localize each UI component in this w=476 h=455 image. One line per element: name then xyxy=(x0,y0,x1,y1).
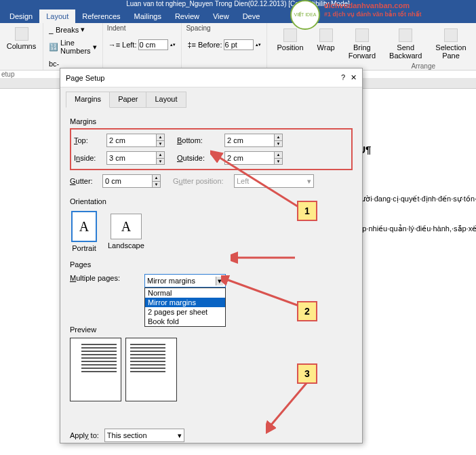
top-input[interactable]: ▲▼ xyxy=(106,134,165,147)
logo-badge: VIẾT IDEA xyxy=(290,0,320,30)
outside-label: Outside: xyxy=(177,154,224,162)
landscape-button[interactable]: A Landscape xyxy=(106,210,146,254)
selection-icon xyxy=(444,28,458,42)
indent-label: Indent xyxy=(107,24,178,32)
inside-input[interactable]: ▲▼ xyxy=(106,151,165,165)
position-icon xyxy=(283,28,297,42)
tab-review[interactable]: Review xyxy=(168,9,206,23)
multiple-pages-list: Normal Mirror margins 2 pages per sheet … xyxy=(144,288,226,327)
bring-forward-icon xyxy=(355,28,369,42)
dialog-tabs: Margins Paper Layout xyxy=(60,92,362,108)
inside-label: Inside: xyxy=(74,154,106,162)
apply-to-label: Apply to: xyxy=(70,431,99,439)
spacing-before[interactable]: ‡≡Before:▴▾ xyxy=(186,39,262,51)
gutterpos-select: Left▾ xyxy=(234,174,314,188)
tab-view[interactable]: View xyxy=(206,9,236,23)
watermark-site: dichvudanhvanban.com #1 dịch vụ đánh văn… xyxy=(324,1,422,18)
arrange-group-label: Arrange xyxy=(411,62,435,70)
margins-grid: Top: ▲▼ Bottom: ▲▼ Inside: ▲▼ Outside: ▲… xyxy=(70,128,353,170)
pages-section-label: Pages xyxy=(70,260,353,269)
callout-1: 1 xyxy=(297,201,317,221)
dd-option-normal[interactable]: Normal xyxy=(145,288,225,298)
preview-page-left xyxy=(70,338,121,401)
send-backward-button[interactable]: Send Backward xyxy=(384,26,427,62)
callout-2: 2 xyxy=(297,301,317,321)
bottom-label: Bottom: xyxy=(177,136,224,144)
tab-developer[interactable]: Deve xyxy=(236,9,267,23)
gutter-input[interactable]: ▲▼ xyxy=(102,174,161,188)
top-label: Top: xyxy=(74,136,106,144)
tab-layout[interactable]: Layout xyxy=(39,9,75,23)
apply-to-select[interactable]: This section▾ xyxy=(104,429,184,442)
outside-input[interactable]: ▲▼ xyxy=(224,151,283,165)
margins-section-label: Margins xyxy=(70,117,353,125)
dialog-title: Page Setup xyxy=(66,74,105,82)
position-button[interactable]: Position xyxy=(271,26,309,54)
tab-design[interactable]: Design xyxy=(3,9,39,23)
dialog-tab-margins[interactable]: Margins xyxy=(66,92,110,108)
portrait-button[interactable]: A Portrait xyxy=(70,210,98,254)
tab-mailings[interactable]: Mailings xyxy=(127,9,168,23)
columns-button[interactable]: Columns xyxy=(4,24,39,53)
preview-page-right xyxy=(125,338,177,401)
landscape-icon: A xyxy=(111,214,142,239)
help-icon[interactable]: ? xyxy=(341,73,345,82)
breaks-button[interactable]: ⎯Breaks▾ xyxy=(47,24,98,35)
line-numbers-button[interactable]: 🔢Line Numbers▾ xyxy=(47,38,98,56)
dialog-tab-layout[interactable]: Layout xyxy=(146,92,186,108)
gutter-label: Gutter: xyxy=(70,177,102,185)
callout-3: 3 xyxy=(297,363,317,384)
wrap-icon xyxy=(319,28,333,42)
multiple-pages-label: Multiple pages: xyxy=(70,274,138,282)
gutterpos-label: Gutter position: xyxy=(173,177,234,185)
indent-left[interactable]: →≡Left:▴▾ xyxy=(107,39,178,51)
dialog-titlebar: Page Setup ? ✕ xyxy=(60,68,362,87)
dd-option-2pages[interactable]: 2 pages per sheet xyxy=(145,307,225,317)
send-backward-icon xyxy=(399,28,412,42)
dd-option-mirror[interactable]: Mirror margins xyxy=(145,298,225,307)
tab-references[interactable]: References xyxy=(75,9,127,23)
multiple-pages-dropdown[interactable]: Mirror margins▾ xyxy=(144,274,226,288)
bottom-input[interactable]: ▲▼ xyxy=(224,134,283,147)
bring-forward-button[interactable]: Bring Forward xyxy=(343,26,381,62)
spacing-label: Spacing xyxy=(186,24,262,32)
dd-option-bookfold[interactable]: Book fold xyxy=(145,317,225,326)
portrait-icon: A xyxy=(71,211,97,242)
ribbon: Columns ⎯Breaks▾ 🔢Line Numbers▾ bc- Inde… xyxy=(0,23,476,71)
wrap-button[interactable]: Wrap xyxy=(312,26,340,54)
dialog-tab-paper[interactable]: Paper xyxy=(109,92,146,108)
hyphenation-button[interactable]: bc- xyxy=(47,59,98,68)
close-icon[interactable]: ✕ xyxy=(351,73,357,82)
page-setup-dialog: Page Setup ? ✕ Margins Paper Layout Marg… xyxy=(60,68,363,443)
selection-pane-button[interactable]: Selection Pane xyxy=(430,26,471,62)
columns-icon xyxy=(15,27,28,41)
